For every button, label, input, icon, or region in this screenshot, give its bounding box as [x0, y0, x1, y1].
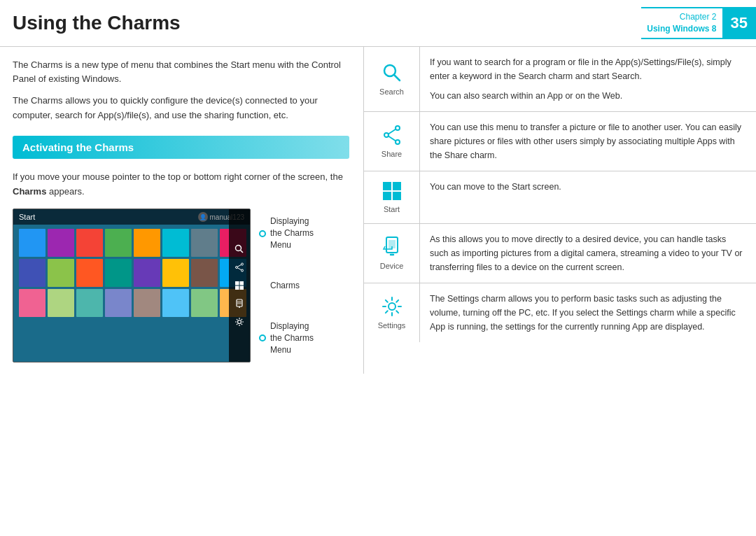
section-header: Activating the Charms: [13, 136, 349, 159]
svg-rect-12: [237, 301, 241, 304]
annotation-spacer: [259, 282, 266, 289]
tile: [191, 289, 218, 317]
tile: [19, 289, 46, 317]
svg-point-18: [384, 133, 388, 137]
activate-text: If you move your mouse pointer to the to…: [13, 170, 349, 199]
svg-rect-24: [383, 192, 391, 200]
charm-row: DeviceAs this allows you to move directl…: [364, 224, 756, 283]
svg-rect-7: [235, 281, 239, 285]
svg-line-20: [388, 129, 396, 134]
svg-rect-25: [393, 192, 401, 200]
main-content: The Charms is a new type of menu that co…: [0, 47, 756, 374]
settings-icon: [382, 296, 402, 317]
charm-desc-search: If you want to search for a program or f…: [420, 47, 756, 111]
charm-desc-paragraph: You can use this menu to transfer a pict…: [430, 120, 746, 162]
tile: [19, 259, 46, 287]
right-column: SearchIf you want to search for a progra…: [364, 47, 756, 374]
svg-point-3: [236, 267, 238, 269]
svg-line-6: [237, 268, 241, 270]
annotation-bottom: Displayingthe CharmsMenu: [259, 320, 314, 355]
charm-name-start: Start: [384, 205, 400, 213]
tile: [162, 259, 189, 287]
annotation-bottom-label: Displayingthe CharmsMenu: [270, 320, 314, 355]
charm-icon-cell-settings: Settings: [364, 283, 420, 342]
tile: [48, 289, 74, 317]
tile: [76, 289, 103, 317]
charm-icon-cell-share: Share: [364, 112, 420, 171]
activate-text-post: appears.: [46, 186, 84, 197]
share-icon: [382, 125, 402, 146]
tile: [105, 229, 132, 257]
tile: [105, 259, 132, 287]
chapter-label: Chapter 2: [647, 11, 716, 23]
tile: [105, 289, 132, 317]
chapter-text: Chapter 2 Using Windows 8: [641, 7, 722, 39]
screen-charm-search: [233, 243, 246, 255]
tile: [191, 229, 218, 257]
activate-bold: Charms: [13, 186, 46, 197]
tile: [76, 259, 103, 287]
charm-name-device: Device: [380, 262, 404, 270]
svg-rect-8: [240, 281, 244, 285]
charm-icon-cell-start: Start: [364, 171, 420, 223]
page-header: Using the Charms Chapter 2 Using Windows…: [0, 0, 756, 47]
svg-point-0: [236, 246, 241, 251]
charm-desc-device: As this allows you to move directly to a…: [420, 224, 756, 283]
charm-name-settings: Settings: [378, 321, 406, 330]
svg-point-14: [238, 320, 241, 324]
chapter-sublabel: Using Windows 8: [647, 23, 716, 35]
user-icon: 👤: [198, 212, 208, 222]
svg-line-21: [388, 136, 396, 141]
svg-point-17: [396, 126, 400, 130]
annotation-middle: Charms: [259, 280, 314, 292]
search-icon: [382, 62, 402, 83]
annotation-dot-bottom: [259, 334, 266, 341]
svg-point-29: [388, 303, 396, 310]
annotation-dot-top: [259, 230, 266, 237]
win8-screen: Start 👤 manual123: [13, 209, 251, 362]
svg-line-1: [241, 251, 244, 253]
annotation-middle-label: Charms: [270, 280, 300, 292]
charm-desc-paragraph: You can also search within an App or on …: [430, 89, 746, 103]
activate-text-pre: If you move your mouse pointer to the to…: [13, 171, 343, 182]
svg-rect-9: [235, 286, 239, 290]
annotation-top-label: Displayingthe CharmsMenu: [270, 216, 314, 251]
screen-charm-settings: [233, 316, 246, 328]
charms-sidebar-screen: [229, 209, 250, 362]
tile: [48, 229, 74, 257]
charm-row: StartYou can move to the Start screen.: [364, 171, 756, 224]
charm-row: SettingsThe Settings charm allows you to…: [364, 283, 756, 342]
charm-desc-settings: The Settings charm allows you to perform…: [420, 283, 756, 342]
screenshot-container: Start 👤 manual123: [13, 209, 349, 362]
svg-point-19: [396, 140, 400, 144]
svg-line-16: [394, 75, 400, 80]
charm-icon-cell-device: Device: [364, 224, 420, 283]
intro-paragraph-2: The Charms allows you to quickly configu…: [13, 94, 349, 123]
charm-desc-start: You can move to the Start screen.: [420, 171, 756, 223]
tile: [162, 229, 189, 257]
tile: [19, 229, 46, 257]
tile: [191, 259, 218, 287]
device-icon: [382, 237, 402, 258]
charm-desc-paragraph: As this allows you to move directly to a…: [430, 232, 746, 274]
tile: [134, 229, 160, 257]
charm-icon-cell-search: Search: [364, 47, 420, 111]
charm-row: ShareYou can use this menu to transfer a…: [364, 112, 756, 171]
screen-charm-windows: [233, 279, 246, 292]
tile: [162, 289, 189, 317]
intro-paragraph-1: The Charms is a new type of menu that co…: [13, 58, 349, 87]
charm-desc-paragraph: If you want to search for a program or f…: [430, 55, 746, 83]
left-column: The Charms is a new type of menu that co…: [0, 47, 364, 374]
svg-rect-10: [240, 286, 244, 290]
charm-name-share: Share: [382, 150, 402, 158]
chapter-badge: Chapter 2 Using Windows 8 35: [641, 7, 756, 39]
tile: [134, 259, 160, 287]
win8-screen-title: Start: [19, 213, 35, 221]
svg-rect-22: [383, 182, 391, 190]
charm-desc-paragraph: You can move to the Start screen.: [430, 180, 746, 194]
screen-charm-device: [233, 297, 246, 310]
charm-desc-paragraph: The Settings charm allows you to perform…: [430, 292, 746, 334]
tile: [134, 289, 160, 317]
page-title: Using the Charms: [13, 12, 181, 34]
annotation-top: Displayingthe CharmsMenu: [259, 216, 314, 251]
